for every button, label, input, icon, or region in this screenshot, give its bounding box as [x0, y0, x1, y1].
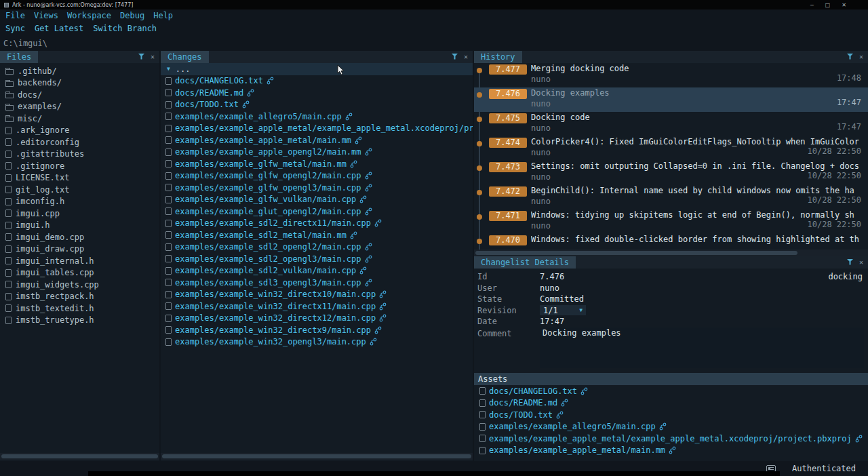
file-tree-row[interactable]: imstb_truetype.h [0, 315, 159, 327]
changed-file-row[interactable]: examples/example_sdl3_opengl3/main.cpp [161, 277, 473, 289]
changes-hscrollbar[interactable] [161, 453, 473, 460]
changed-file-row[interactable]: examples/example_sdl2_directx11/main.cpp [161, 218, 473, 230]
changed-file-row[interactable]: docs/README.md [161, 87, 473, 99]
file-tree-row[interactable]: imstb_textedit.h [0, 302, 159, 315]
changed-file-path: examples/example_win32_directx12/main.cp… [175, 313, 376, 323]
file-tree-row[interactable]: imgui_draw.cpp [0, 243, 159, 256]
changed-file-row[interactable]: examples/example_sdl2_vulkan/main.cpp [161, 265, 473, 277]
changed-file-row[interactable]: examples/example_glfw_vulkan/main.cpp [161, 194, 473, 206]
file-tree-row[interactable]: imconfig.h [0, 196, 159, 208]
revision-select[interactable]: 1/1 ▼ [540, 305, 586, 315]
changed-file-row[interactable]: examples/example_glfw_metal/main.mm [161, 158, 473, 170]
changed-file-row[interactable]: examples/example_sdl2_opengl2/main.cpp [161, 241, 473, 254]
close-icon[interactable]: ✕ [151, 54, 155, 60]
close-icon[interactable]: ✕ [464, 54, 468, 60]
commit-row[interactable]: 7.472 BeginChild(): Internal name used b… [474, 185, 868, 210]
changed-file-row[interactable]: examples/example_win32_directx12/main.cp… [161, 313, 473, 325]
commit-row[interactable]: 7.473 Settings: omit outputing Collapsed… [474, 161, 868, 185]
asset-row[interactable]: docs/CHANGELOG.txt [474, 385, 868, 397]
file-tree-row[interactable]: .editorconfig [0, 136, 159, 148]
file-tree-row[interactable]: imgui_internal.h [0, 255, 159, 267]
file-tree-row[interactable]: .github/ [0, 65, 159, 77]
commit-message: Docking code [531, 113, 865, 122]
files-hscrollbar[interactable] [0, 453, 159, 460]
filter-icon[interactable] [138, 52, 144, 62]
file-tree-row[interactable]: docs/ [0, 89, 159, 101]
changed-file-row[interactable]: examples/example_glfw_opengl3/main.cpp [161, 182, 473, 194]
file-icon [165, 243, 172, 251]
tab-changes[interactable]: Changes [161, 51, 209, 63]
file-icon [165, 89, 172, 96]
changed-file-row[interactable]: examples/example_glfw_opengl2/main.cpp [161, 170, 473, 182]
commit-row[interactable]: 7.474 ColorPicker4(): Fixed ImGuiColorEd… [474, 136, 868, 161]
file-tree-row[interactable]: .gitattributes [0, 148, 159, 161]
changed-file-row[interactable]: examples/example_allegro5/main.cpp [161, 111, 473, 123]
menu-item[interactable]: Help [153, 11, 173, 20]
asset-row[interactable]: examples/example_apple_metal/example_app… [474, 433, 868, 445]
file-tree-row[interactable]: imgui.h [0, 220, 159, 232]
tab-files[interactable]: Files [0, 51, 38, 63]
history-hscrollbar[interactable] [474, 250, 868, 256]
file-tree-row[interactable]: misc/ [0, 113, 159, 125]
commit-message: Settings: omit outputing Collapsed=0 in … [531, 161, 865, 171]
file-tree-row[interactable]: git_log.txt [0, 184, 159, 196]
file-tree-row[interactable]: LICENSE.txt [0, 172, 159, 184]
tab-history[interactable]: History [474, 51, 522, 63]
commit-row[interactable]: 7.475 Docking code nuno 17:47 [474, 112, 868, 136]
close-icon[interactable]: ✕ [859, 259, 863, 266]
scrollbar-thumb[interactable] [475, 251, 797, 255]
revision-badge: 7.475 [489, 113, 527, 123]
file-tree-row[interactable]: examples/ [0, 101, 159, 113]
file-tree-row[interactable]: backends/ [0, 77, 159, 90]
changed-file-row[interactable]: examples/example_apple_metal/main.mm [161, 134, 473, 146]
filter-icon[interactable] [452, 52, 458, 62]
asset-row[interactable]: examples/example_apple_metal/main.mm [474, 445, 868, 457]
changed-file-row[interactable]: examples/example_win32_directx10/main.cp… [161, 289, 473, 301]
menu-item[interactable]: Views [34, 11, 58, 20]
changed-file-row[interactable]: examples/example_apple_metal/example_app… [161, 123, 473, 135]
file-tree-row[interactable]: .ark_ignore [0, 125, 159, 137]
menu-item[interactable]: Debug [120, 11, 144, 20]
changed-file-row[interactable]: docs/TODO.txt [161, 99, 473, 111]
file-tree-row[interactable]: imgui_tables.cpp [0, 267, 159, 279]
assets-header[interactable]: Assets [474, 373, 868, 385]
changed-file-row[interactable]: examples/example_glut_opengl2/main.cpp [161, 205, 473, 218]
commit-row[interactable]: 7.477 Merging docking code nuno 17:48 [474, 63, 868, 87]
asset-row[interactable]: docs/TODO.txt [474, 409, 868, 421]
changed-file-row[interactable]: examples/example_win32_directx9/main.cpp [161, 324, 473, 336]
commit-row[interactable]: 7.470 Windows: fixed double-clicked bord… [474, 234, 868, 250]
filter-icon[interactable] [847, 52, 853, 62]
asset-row[interactable]: docs/README.md [474, 397, 868, 410]
changed-file-row[interactable]: examples/example_win32_directx11/main.cp… [161, 300, 473, 313]
close-button[interactable]: ✕ [842, 2, 846, 8]
maximize-button[interactable]: □ [825, 2, 831, 8]
commit-row[interactable]: 7.476 Docking examples nuno 17:47 [474, 87, 868, 112]
scrollbar-thumb[interactable] [162, 454, 471, 458]
file-tree-row[interactable]: imgui.cpp [0, 207, 159, 220]
changed-file-row[interactable]: examples/example_apple_opengl2/main.mm [161, 146, 473, 159]
caret-down-icon[interactable]: ▼ [167, 66, 170, 72]
menu-item[interactable]: Workspace [67, 11, 111, 20]
changed-file-row[interactable]: docs/CHANGELOG.txt [161, 75, 473, 87]
file-tree-row[interactable]: imstb_rectpack.h [0, 291, 159, 303]
files-list: .github/ backends/ docs/ example [0, 63, 159, 326]
file-tree-row[interactable]: imgui_demo.cpp [0, 231, 159, 243]
file-icon [5, 138, 12, 146]
tab-changelist-details[interactable]: Changelist Details [474, 256, 576, 269]
filter-icon[interactable] [847, 258, 853, 267]
scrollbar-thumb[interactable] [1, 454, 158, 458]
toolbar-button[interactable]: Switch Branch [93, 24, 157, 33]
toolbar-button[interactable]: Sync [5, 24, 25, 33]
close-icon[interactable]: ✕ [859, 54, 863, 60]
file-tree-row[interactable]: imgui_widgets.cpp [0, 279, 159, 291]
file-tree-row[interactable]: .gitignore [0, 160, 159, 172]
asset-row[interactable]: examples/example_allegro5/main.cpp [474, 421, 868, 433]
changes-root-row[interactable]: ▼ ... [161, 63, 473, 75]
commit-row[interactable]: 7.471 Windows: tidying up skipitems logi… [474, 210, 868, 234]
minimize-button[interactable]: ─ [810, 2, 814, 8]
changed-file-row[interactable]: examples/example_sdl2_opengl3/main.cpp [161, 253, 473, 265]
toolbar-button[interactable]: Get Latest [35, 24, 83, 33]
menu-item[interactable]: File [5, 11, 25, 20]
changed-file-row[interactable]: examples/example_win32_opengl3/main.cpp [161, 336, 473, 349]
changed-file-row[interactable]: examples/example_sdl2_metal/main.mm [161, 229, 473, 241]
